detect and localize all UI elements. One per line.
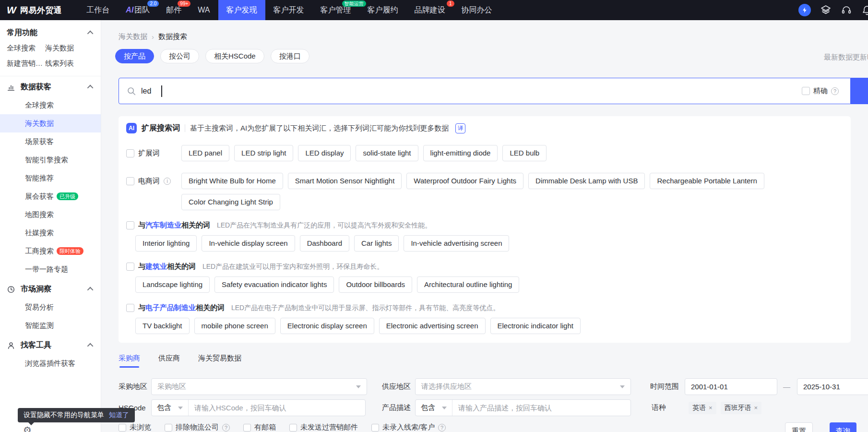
word-pill[interactable]: Bright White Bulb for Home bbox=[181, 173, 283, 189]
help-icon[interactable]: ? bbox=[831, 87, 839, 95]
search-button[interactable]: 搜索 bbox=[851, 78, 868, 104]
sidebar-item[interactable]: 一带一路专题 bbox=[0, 260, 101, 278]
industry-link[interactable]: 汽车制造业 bbox=[145, 221, 181, 229]
top-nav-item[interactable]: 协同办公 bbox=[453, 0, 500, 20]
search-mode-tab[interactable]: 按港口 bbox=[271, 49, 309, 63]
breadcrumb-parent[interactable]: 海关数据 bbox=[119, 32, 147, 41]
hscode-mode-select[interactable]: 包含 bbox=[152, 400, 189, 416]
word-pill[interactable]: Architectural outline lighting bbox=[417, 276, 519, 293]
word-pill[interactable]: Outdoor billboards bbox=[339, 276, 412, 293]
sidebar-item[interactable]: 贸易分析 bbox=[0, 298, 101, 316]
top-nav-item[interactable]: AI 团队 2.0 bbox=[118, 0, 158, 20]
quick-link[interactable]: 海关数据 bbox=[45, 44, 94, 53]
exact-match-checkbox[interactable] bbox=[802, 87, 810, 95]
product-desc-input[interactable] bbox=[452, 400, 630, 416]
word-pill[interactable]: LED panel bbox=[181, 145, 229, 161]
bell-icon[interactable] bbox=[861, 4, 868, 16]
top-nav-item[interactable]: 客户履约 bbox=[359, 0, 406, 20]
word-pill[interactable]: In-vehicle display screen bbox=[202, 235, 295, 252]
word-pill[interactable]: Landscape lighting bbox=[135, 276, 210, 293]
expand-words-checkbox[interactable] bbox=[126, 149, 134, 157]
word-pill[interactable]: Safety evacuation indicator lights bbox=[214, 276, 334, 293]
sidebar-section-tools[interactable]: 找客工具 bbox=[0, 335, 101, 354]
result-tab[interactable]: 海关贸易数据 bbox=[198, 354, 241, 368]
quick-filter-checkbox[interactable] bbox=[371, 424, 379, 432]
top-nav-item[interactable]: 客户管理 智能运营 bbox=[312, 0, 359, 20]
reset-button[interactable]: 重置 bbox=[785, 422, 813, 432]
result-tab[interactable]: 供应商 bbox=[158, 354, 180, 368]
word-pill[interactable]: Electronic display screen bbox=[280, 318, 374, 334]
sidebar-item[interactable]: 场景获客 bbox=[0, 132, 101, 151]
date-start-input[interactable] bbox=[685, 378, 777, 395]
sidebar-item[interactable]: 全球搜索 bbox=[0, 96, 101, 114]
word-pill[interactable]: light-emitting diode bbox=[423, 145, 498, 161]
word-pill[interactable]: Interior lighting bbox=[135, 235, 197, 252]
industry-link[interactable]: 电子产品制造业 bbox=[145, 303, 196, 312]
industry-checkbox[interactable] bbox=[126, 221, 134, 229]
sidebar-item[interactable]: 智能推荐 bbox=[0, 169, 101, 187]
sidebar-item[interactable]: 展会获客 已升级 bbox=[0, 187, 101, 205]
tooltip-confirm-link[interactable]: 知道了 bbox=[109, 411, 129, 420]
quick-link[interactable]: 全球搜索 bbox=[7, 44, 45, 53]
search-mode-tab[interactable]: 相关HSCode bbox=[205, 49, 264, 63]
top-nav-item[interactable]: 品牌建设 1 bbox=[406, 0, 453, 20]
search-mode-tab[interactable]: 按产品 bbox=[115, 49, 154, 63]
search-box[interactable]: 精确 ? bbox=[119, 78, 851, 104]
word-pill[interactable]: mobile phone screen bbox=[194, 318, 275, 334]
result-tab[interactable]: 采购商 bbox=[119, 354, 140, 368]
word-pill[interactable]: LED display bbox=[298, 145, 351, 161]
sidebar-item[interactable]: 地图搜索 bbox=[0, 205, 101, 224]
top-nav-item[interactable]: 客户发现 bbox=[218, 0, 265, 20]
buyer-region-select[interactable]: 采购地区 bbox=[151, 378, 367, 395]
layers-icon[interactable] bbox=[820, 4, 832, 16]
remove-tag-icon[interactable]: × bbox=[754, 404, 758, 411]
industry-link[interactable]: 建筑业 bbox=[145, 262, 167, 270]
quick-filter-checkbox[interactable] bbox=[119, 424, 126, 432]
word-pill[interactable]: Electronic advertising screen bbox=[379, 318, 486, 334]
hscode-input[interactable] bbox=[189, 400, 365, 416]
sidebar-item[interactable]: 社媒搜索 bbox=[0, 224, 101, 242]
quick-link[interactable]: 线索列表 bbox=[45, 59, 94, 68]
top-nav-item[interactable]: 工作台 bbox=[78, 0, 118, 20]
supply-region-select[interactable]: 请选择供应地区 bbox=[415, 378, 631, 395]
word-pill[interactable]: Color Changing Light Strip bbox=[181, 194, 280, 210]
word-pill[interactable]: Smart Motion Sensor Nightlight bbox=[288, 173, 402, 189]
quick-filter-checkbox[interactable] bbox=[289, 424, 297, 432]
word-pill[interactable]: LED strip light bbox=[234, 145, 293, 161]
headset-icon[interactable] bbox=[841, 4, 852, 16]
quick-filter-checkbox[interactable] bbox=[243, 424, 251, 432]
product-desc-mode-select[interactable]: 包含 bbox=[416, 400, 452, 416]
search-mode-tab[interactable]: 按公司 bbox=[160, 49, 199, 63]
sidebar-item[interactable]: 工商搜索 限时体验 bbox=[0, 242, 101, 260]
sidebar-item[interactable]: 浏览器插件获客 bbox=[0, 354, 101, 372]
info-icon[interactable]: i bbox=[164, 178, 171, 185]
quick-link[interactable]: 新建营销… bbox=[7, 59, 45, 68]
help-icon[interactable]: ? bbox=[438, 424, 446, 432]
word-pill[interactable]: Car lights bbox=[354, 235, 399, 252]
word-pill[interactable]: Rechargeable Portable Lantern bbox=[650, 173, 764, 189]
word-pill[interactable]: TV backlight bbox=[135, 318, 190, 334]
brand-logo[interactable]: W 网易外贸通 bbox=[0, 0, 78, 20]
sidebar-item[interactable]: 智能监测 bbox=[0, 316, 101, 335]
industry-checkbox[interactable] bbox=[126, 263, 134, 271]
assistant-icon[interactable] bbox=[798, 4, 811, 16]
word-pill[interactable]: Waterproof Outdoor Fairy Lights bbox=[406, 173, 523, 189]
sidebar-quick-header[interactable]: 常用功能 bbox=[0, 20, 101, 43]
word-pill[interactable]: Dashboard bbox=[300, 235, 349, 252]
translate-icon[interactable]: 译 bbox=[455, 123, 465, 133]
remove-tag-icon[interactable]: × bbox=[709, 404, 713, 411]
quick-filter-checkbox[interactable] bbox=[165, 424, 172, 432]
top-nav-item[interactable]: 客户开发 bbox=[265, 0, 312, 20]
word-pill[interactable]: In-vehicle advertising screen bbox=[404, 235, 509, 252]
top-nav-item[interactable]: WA bbox=[190, 0, 218, 20]
date-end-input[interactable] bbox=[797, 378, 868, 395]
word-pill[interactable]: LED bulb bbox=[502, 145, 547, 161]
top-nav-item[interactable]: 邮件 99+ bbox=[158, 0, 190, 20]
settings-gear-icon[interactable]: ⚙ bbox=[23, 424, 32, 432]
industry-checkbox[interactable] bbox=[126, 304, 134, 312]
sidebar-item[interactable]: 智能引擎搜索 bbox=[0, 151, 101, 169]
sidebar-section-data[interactable]: 数据获客 bbox=[0, 76, 101, 96]
query-button[interactable]: 查询 bbox=[830, 422, 856, 432]
ecommerce-words-checkbox[interactable] bbox=[126, 177, 134, 185]
sidebar-item[interactable]: 海关数据 bbox=[0, 114, 101, 132]
